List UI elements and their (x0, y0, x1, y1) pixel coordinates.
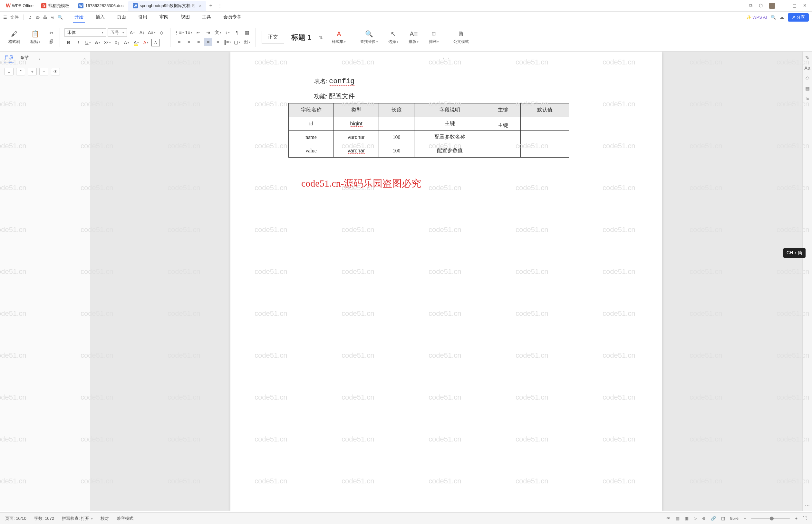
bold-button[interactable]: B (64, 39, 73, 46)
subscript-button[interactable]: X₂ (113, 39, 121, 46)
increase-indent-button[interactable]: ⇥ (204, 29, 212, 36)
page-status[interactable]: 页面: 10/10 (5, 515, 27, 521)
tab-page[interactable]: 页面 (116, 12, 127, 22)
shrink-font-icon[interactable]: A↓ (138, 29, 146, 36)
add-icon[interactable]: + (28, 68, 37, 76)
align-left-button[interactable]: ≡ (175, 38, 183, 46)
page-view-icon[interactable]: ▦ (685, 516, 689, 521)
zoom-value[interactable]: 95% (730, 516, 739, 521)
para-mark-button[interactable]: ¶ (233, 29, 241, 36)
styles-button[interactable]: A样式集▾ (330, 29, 348, 46)
format-brush-button[interactable]: 🖌格式刷 (6, 29, 22, 46)
style-icon[interactable]: Aa (804, 65, 810, 70)
shading-button[interactable]: ▢▾ (233, 38, 241, 46)
font-size-select[interactable]: 五号▾ (107, 28, 127, 37)
new-icon[interactable]: 🗋 (28, 15, 32, 20)
eye-icon[interactable]: 👁 (51, 68, 60, 76)
superscript-button[interactable]: X²▾ (103, 39, 112, 46)
open-icon[interactable]: 🗁 (35, 15, 40, 20)
word-count[interactable]: 字数: 1072 (34, 515, 54, 521)
zoom-in-button[interactable]: + (795, 516, 797, 521)
file-menu[interactable]: 文件 (10, 15, 19, 20)
tab-review[interactable]: 审阅 (158, 12, 170, 22)
italic-button[interactable]: I (74, 39, 82, 46)
close-icon[interactable]: × (83, 56, 86, 61)
tab-doc1[interactable]: W 1678632825306.doc (74, 1, 128, 11)
cut-icon[interactable]: ✂ (47, 29, 56, 37)
numbering-button[interactable]: 1≡▾ (185, 29, 193, 36)
tab-start[interactable]: 开始 (73, 12, 85, 22)
search-icon[interactable]: 🔍 (771, 15, 776, 20)
columns-button[interactable]: ▦ (243, 29, 251, 36)
fullscreen-icon[interactable]: ⛶ (803, 516, 807, 521)
strike-button[interactable]: A▾ (94, 39, 102, 46)
tab-vip[interactable]: 会员专享 (222, 12, 243, 22)
search-icon[interactable]: 🔍 (58, 15, 63, 20)
close-button[interactable]: ✕ (803, 3, 807, 9)
eye-icon[interactable]: 👁 (666, 516, 670, 521)
outline-view-icon[interactable]: ◫ (721, 516, 725, 521)
link-icon[interactable]: 🔗 (711, 516, 716, 521)
bullets-button[interactable]: ⋮≡▾ (175, 29, 183, 36)
play-icon[interactable]: ▷ (694, 516, 697, 521)
align-right-button[interactable]: ≡ (194, 38, 203, 46)
text-direction-button[interactable]: 文▾ (214, 29, 222, 36)
more-icon[interactable]: ⋯ (805, 502, 810, 508)
official-mode-button[interactable]: 🗎公文模式 (451, 29, 471, 46)
shape-icon[interactable]: ◇ (806, 75, 809, 81)
pencil-icon[interactable]: ✎ (805, 55, 809, 61)
web-view-icon[interactable]: ⊕ (702, 516, 706, 521)
tab-view[interactable]: 视图 (180, 12, 191, 22)
reading-view-icon[interactable]: ▤ (676, 516, 680, 521)
minimize-button[interactable]: — (781, 3, 786, 9)
highlight-button[interactable]: A▾ (132, 39, 140, 46)
borders-button[interactable]: 田▾ (243, 38, 251, 46)
fx-icon[interactable]: fx (806, 96, 809, 101)
share-button[interactable]: ↗ 分享 (788, 13, 809, 21)
tab-doc2-active[interactable]: W springbootqn9fs数据库文档 ⎘ × (128, 1, 206, 11)
new-tab-button[interactable]: + (206, 2, 216, 9)
text-color-button[interactable]: A▾ (142, 39, 150, 46)
menu-icon[interactable]: ☰ (3, 15, 7, 20)
toc-tab[interactable]: 目录 (4, 55, 14, 63)
style-body[interactable]: 正文 (262, 31, 284, 44)
decrease-indent-button[interactable]: ⇤ (194, 29, 203, 36)
line-spacing-button[interactable]: ‖≡▾ (223, 38, 232, 46)
remove-icon[interactable]: − (39, 68, 48, 76)
overlay-icon[interactable]: ⧉ (749, 3, 752, 9)
tab-tools[interactable]: 工具 (201, 12, 212, 22)
tab-insert[interactable]: 插入 (95, 12, 106, 22)
proof-status[interactable]: 校对 (101, 515, 109, 521)
expand-icon[interactable]: ⌃ (16, 68, 25, 76)
cloud-icon[interactable]: ☁ (780, 15, 784, 20)
template-icon[interactable]: ▦ (805, 85, 810, 91)
chevron-right-icon[interactable]: › (39, 56, 40, 61)
char-border-button[interactable]: A (151, 39, 160, 46)
clear-format-icon[interactable]: ◇ (157, 29, 166, 36)
align-distribute-button[interactable]: ≡ (214, 38, 222, 46)
wps-ai-button[interactable]: ✨ WPS AI (746, 15, 767, 20)
spell-check-status[interactable]: 拼写检查: 打开 ▾ (62, 515, 93, 521)
chapter-tab[interactable]: 章节 (20, 55, 29, 62)
style-heading1[interactable]: 标题 1 (287, 31, 315, 44)
tab-template[interactable]: D 找稻壳模板 (37, 1, 74, 11)
avatar-icon[interactable] (769, 3, 775, 9)
select-button[interactable]: ↖选择▾ (386, 29, 400, 46)
zoom-slider[interactable] (751, 518, 790, 519)
zoom-out-button[interactable]: − (744, 516, 746, 521)
arrange-button[interactable]: ⧉排列▾ (427, 29, 441, 46)
close-icon[interactable]: × (199, 3, 201, 9)
change-case-icon[interactable]: Aa▾ (148, 29, 156, 36)
save-icon[interactable]: 🖶 (43, 15, 47, 20)
cube-icon[interactable]: ⬡ (759, 3, 763, 9)
print-icon[interactable]: 🖨 (50, 15, 54, 20)
layout-button[interactable]: A≡排版▾ (407, 29, 420, 46)
font-name-select[interactable]: 宋体▾ (64, 28, 106, 37)
find-replace-button[interactable]: 🔍查找替换▾ (358, 29, 380, 46)
maximize-button[interactable]: ▢ (792, 3, 797, 9)
align-justify-button[interactable]: ≡ (204, 38, 212, 46)
sort-button[interactable]: ↕▾ (223, 29, 232, 36)
paste-button[interactable]: 📋粘贴▾ (28, 29, 42, 46)
grow-font-icon[interactable]: A↑ (128, 29, 137, 36)
drag-handle-icon[interactable]: ⋮⋮ (442, 56, 451, 61)
